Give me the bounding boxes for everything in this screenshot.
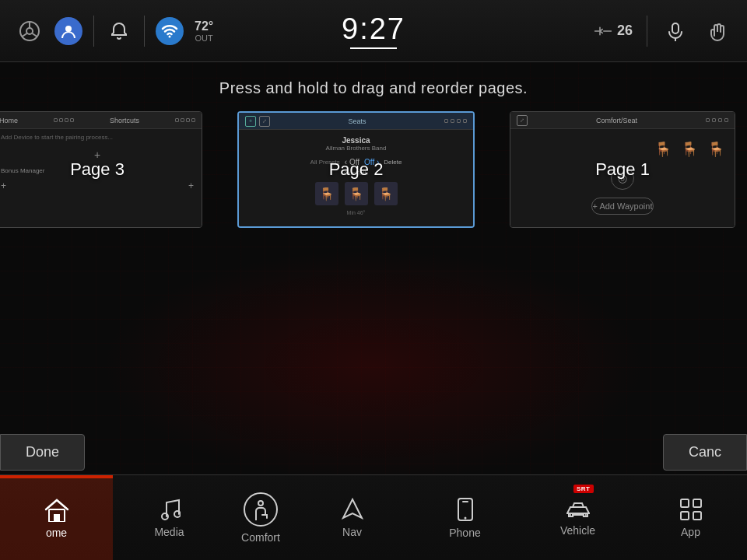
svg-point-18 [464, 516, 466, 519]
page-card-2[interactable]: + ⤢ Seats Jessica Allman Brothers Band A… [237, 111, 475, 228]
nav-label: Nav [342, 526, 362, 538]
svg-rect-21 [681, 499, 689, 507]
microphone-icon[interactable] [661, 17, 689, 45]
notifications-icon[interactable] [105, 17, 133, 45]
media-label: Media [154, 526, 184, 538]
music-icon [159, 498, 181, 521]
svg-line-3 [23, 33, 27, 37]
home-icon [44, 499, 69, 522]
navigate-icon [342, 498, 363, 521]
home-label: ome [46, 527, 67, 539]
divider-2 [144, 16, 145, 47]
cancel-button[interactable]: Canc [663, 434, 747, 471]
top-bar: 72° OUT 9:27 26 [0, 0, 747, 62]
page-card-3[interactable]: Home Shortcuts Add Device to start the p… [0, 111, 202, 228]
divider-3 [647, 16, 647, 47]
comfort-icon [244, 492, 278, 527]
instruction-text: Press and hold to drag and reorder pages… [0, 62, 747, 111]
svg-point-14 [258, 501, 263, 506]
car-icon [563, 499, 594, 520]
page-card-1[interactable]: ⤢ Comfort/Seat 🪑 🪑 🪑 ◎ + Add Waypoint Pa… [510, 111, 735, 228]
svg-point-1 [26, 28, 33, 34]
top-bar-left: 72° OUT [16, 16, 342, 47]
time-underline [350, 47, 397, 49]
steering-wheel-icon[interactable] [16, 17, 44, 45]
phone-label: Phone [449, 527, 480, 539]
clock-display: 9:27 [342, 12, 405, 49]
top-bar-right: 26 [405, 16, 731, 47]
svg-rect-24 [693, 512, 701, 520]
svg-line-4 [33, 33, 37, 37]
user-profile-icon[interactable] [54, 17, 82, 45]
comfort-label: Comfort [241, 531, 280, 544]
svg-point-5 [65, 26, 72, 32]
fan-speed-display: 26 [594, 22, 633, 40]
svg-rect-11 [54, 514, 60, 522]
hand-gesture-icon[interactable] [703, 17, 731, 45]
divider-1 [93, 16, 94, 47]
vehicle-label: Vehicle [560, 524, 595, 537]
nav-item-navigate[interactable]: Nav [296, 475, 409, 560]
temperature-display: 72° OUT [195, 19, 213, 43]
nav-item-vehicle[interactable]: SRT Vehicle [521, 475, 634, 560]
apps-label: App [681, 526, 700, 538]
done-button[interactable]: Done [0, 434, 85, 471]
pages-reorder-area: Home Shortcuts Add Device to start the p… [0, 111, 747, 236]
bottom-navigation: ome Media Comfort [0, 474, 747, 560]
svg-rect-8 [672, 23, 679, 33]
nav-item-phone[interactable]: Phone [409, 475, 521, 560]
svg-marker-15 [343, 499, 362, 518]
apps-grid-icon [679, 498, 703, 521]
svg-rect-23 [681, 512, 689, 520]
resize-handle-3 [54, 118, 74, 122]
srt-badge: SRT [573, 485, 594, 493]
nav-item-apps[interactable]: App [634, 475, 747, 560]
phone-icon [457, 497, 474, 522]
svg-point-6 [169, 35, 171, 37]
wifi-icon[interactable] [156, 17, 184, 45]
nav-item-comfort[interactable]: Comfort [226, 475, 296, 560]
action-buttons: Done Canc [0, 434, 747, 471]
nav-item-home[interactable]: ome [0, 475, 113, 560]
nav-item-media[interactable]: Media [113, 475, 226, 560]
svg-rect-22 [693, 499, 701, 507]
